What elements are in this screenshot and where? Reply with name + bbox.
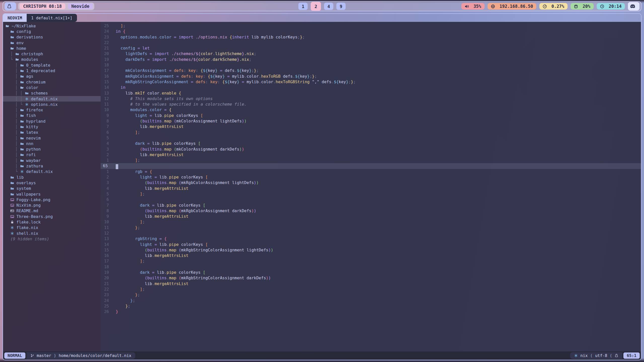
editor-line[interactable]: 19 darkDefs = import ./schemes/${color.d… [101, 57, 641, 62]
tree-item-kitty[interactable]: │ kitty [3, 124, 101, 129]
editor-line[interactable]: 24in { [101, 29, 641, 34]
workspace-button-9[interactable]: 9 [336, 3, 346, 10]
editor-line[interactable]: 23 }; [101, 292, 641, 298]
editor-buffer[interactable]: 25 ];24in {23 options.modules.color = im… [101, 22, 641, 351]
editor-line[interactable]: 11 }; [101, 225, 641, 231]
editor-line[interactable]: 1 ]; [101, 158, 641, 163]
editor-line[interactable]: 18 [101, 62, 641, 68]
editor-line[interactable]: 3 (builtins.map (mkColorAssignment darkD… [101, 147, 641, 152]
editor-line[interactable]: 17 mkColorAssignment = defs: key: {${key… [101, 68, 641, 73]
memory-widget[interactable]: 20% [571, 3, 594, 10]
editor-line[interactable]: 20 lightDefs = import ./schemes/${color.… [101, 51, 641, 57]
editor-line[interactable]: 25 }; [101, 303, 641, 309]
editor-line[interactable]: 13 rgbString = { [101, 236, 641, 242]
editor-line[interactable]: 2 lib.mergeAttrsList [101, 152, 641, 158]
tree-item-system[interactable]: system [3, 186, 101, 191]
editor-line[interactable]: 16 lib.mergeAttrsList [101, 253, 641, 258]
editor-line[interactable]: 10 modules.color = { [101, 107, 641, 113]
tree-item-fish[interactable]: │ fish [3, 113, 101, 118]
workspace-button-1[interactable]: 1 [298, 3, 308, 10]
cpu-widget[interactable]: 0.27% [539, 3, 568, 10]
discord-button[interactable] [628, 2, 639, 11]
tree-item-neovim[interactable]: │ neovim [3, 135, 101, 141]
editor-line[interactable]: 7 dark = lib.pipe colorKeys [ [101, 203, 641, 208]
tree-item-README.md[interactable]: README.md [3, 208, 101, 214]
tree-item-hyprland[interactable]: │ hyprland [3, 118, 101, 124]
editor-line[interactable]: 4 lib.mergeAttrsList [101, 186, 641, 191]
tree-item-firefox[interactable]: │ firefox [3, 107, 101, 113]
tab-neovim[interactable]: NEOVIM [3, 14, 27, 22]
tree-item-wallpapers[interactable]: wallpapers [3, 191, 101, 197]
tree-item-python[interactable]: │ python [3, 147, 101, 152]
editor-line[interactable]: 21 lib.mergeAttrsList [101, 281, 641, 287]
editor-line[interactable]: 21 config = let [101, 46, 641, 51]
editor-line[interactable]: 6 ]; [101, 130, 641, 135]
tree-item-Three-Bears.png[interactable]: Three-Bears.png [3, 214, 101, 219]
workspace-button-2[interactable]: 2 [311, 2, 321, 11]
tree-item-ags[interactable]: │ ags [3, 74, 101, 79]
editor-line[interactable]: 18 [101, 264, 641, 270]
editor-cursor-line[interactable]: 65 [101, 163, 641, 169]
editor-line[interactable]: 17 ]; [101, 258, 641, 264]
editor-line[interactable]: 14 light = lib.pipe colorKeys [ [101, 242, 641, 247]
tree-item-derivations[interactable]: derivations [3, 34, 101, 40]
editor-line[interactable]: 9 lib.mergeAttrsList [101, 214, 641, 219]
tree-item-env[interactable]: env [3, 40, 101, 46]
editor-line[interactable]: 12 # This module sets its own options [101, 96, 641, 102]
tree-item-flake.nix[interactable]: flake.nix [3, 225, 101, 231]
tree-item-latex[interactable]: │ latex [3, 130, 101, 135]
tree-item-lib[interactable]: lib [3, 174, 101, 180]
tree-item-Foggy-Lake.png[interactable]: Foggy-Lake.png [3, 197, 101, 202]
editor-line[interactable]: 1 rgb = { [101, 169, 641, 174]
editor-line[interactable]: 6 [101, 197, 641, 202]
editor-line[interactable]: 5 ]; [101, 191, 641, 197]
editor-line[interactable]: 2 light = lib.pipe colorKeys [ [101, 174, 641, 180]
tree-item-color[interactable]: │ color [3, 85, 101, 90]
network-widget[interactable]: 192.168.86.50 [488, 3, 536, 10]
editor-line[interactable]: 23 options.modules.color = import ./opti… [101, 34, 641, 40]
tree-item-waybar[interactable]: │ waybar [3, 158, 101, 163]
tree-item-flake.lock[interactable]: flake.lock [3, 219, 101, 225]
tree-item-shell.nix[interactable]: shell.nix [3, 231, 101, 236]
tree-item-chromium[interactable]: │ chromium [3, 79, 101, 85]
editor-line[interactable]: 19 dark = lib.pipe colorKeys [ [101, 270, 641, 275]
editor-line[interactable]: 8 (builtins.map (mkColorAssignment light… [101, 118, 641, 124]
tree-item-christoph[interactable]: │ christoph [3, 51, 101, 57]
editor-line[interactable]: 24 }; [101, 298, 641, 303]
editor-line[interactable]: 10 ]; [101, 219, 641, 225]
workspace-button-4[interactable]: 4 [324, 3, 333, 10]
tree-item-overlays[interactable]: overlays [3, 180, 101, 186]
editor-line[interactable]: 8 (builtins.map (mkRgbColorAssignment da… [101, 208, 641, 214]
tree-item-1_deprecated[interactable]: │ 1_deprecated [3, 68, 101, 73]
tree-item-config[interactable]: config [3, 29, 101, 34]
editor-line[interactable]: 16 mkRgbColorAssignment = defs: key: {${… [101, 74, 641, 79]
tree-item-home[interactable]: home [3, 46, 101, 51]
clock-widget[interactable]: 20:14 [597, 3, 625, 10]
editor-line[interactable]: 22 ]; [101, 287, 641, 292]
editor-line[interactable]: 14 in [101, 85, 641, 90]
launcher-button[interactable] [5, 2, 16, 10]
editor-line[interactable]: 9 light = lib.pipe colorKeys [ [101, 113, 641, 118]
tree-item-schemes[interactable]: │ │ schemes [3, 90, 101, 96]
tree-item-rofi[interactable]: │ rofi [3, 152, 101, 158]
editor-line[interactable]: 22 [101, 40, 641, 46]
tree-item-modules[interactable]: └ modules [3, 57, 101, 62]
tree-item-default.nix[interactable]: │ │ default.nix [3, 96, 101, 102]
editor-line[interactable]: 20 (builtins.map (mkRgbStringColorAssign… [101, 275, 641, 281]
editor-line[interactable]: 15 (builtins.map (mkRgbStringColorAssign… [101, 247, 641, 253]
tree-item-NixVim.png[interactable]: NixVim.png [3, 203, 101, 208]
tree-item-zathura[interactable]: │ zathura [3, 163, 101, 169]
editor-line[interactable]: 7 lib.mergeAttrsList [101, 124, 641, 129]
editor-line[interactable]: 15 mkRgbStringColorAssignment = defs: ke… [101, 79, 641, 85]
editor-line[interactable]: 5 [101, 135, 641, 141]
tree-item-0_template[interactable]: │ 0_template [3, 62, 101, 68]
tree-item-nnn[interactable]: │ nnn [3, 141, 101, 146]
volume-widget[interactable]: 35% [461, 3, 485, 10]
tree-item-options.nix[interactable]: │ └ options.nix [3, 102, 101, 107]
tree-item-default.nix[interactable]: └ default.nix [3, 169, 101, 174]
editor-line[interactable]: 13 lib.mkIf color.enable { [101, 90, 641, 96]
tab-buffer-default-nix[interactable]: 1 default.nix[1+] [27, 14, 77, 22]
editor-line[interactable]: 4 dark = lib.pipe colorKeys [ [101, 141, 641, 146]
editor-line[interactable]: 11 # to the values specified in a colors… [101, 102, 641, 107]
tree-item-NixFlake[interactable]: ~/NixFlake [3, 23, 101, 29]
